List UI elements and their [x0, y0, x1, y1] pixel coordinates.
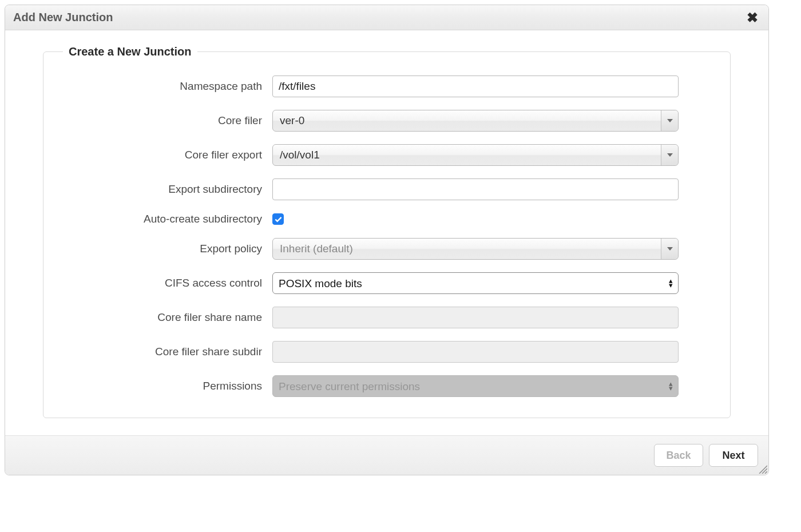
svg-line-5 [765, 471, 767, 474]
row-auto-create-subdirectory: Auto-create subdirectory [61, 213, 679, 225]
svg-marker-1 [667, 153, 673, 157]
create-junction-fieldset: Create a New Junction Namespace path Cor… [43, 45, 731, 418]
dialog-header: Add New Junction ✖ [5, 5, 768, 30]
export-subdirectory-input[interactable] [272, 178, 679, 200]
add-junction-dialog: Add New Junction ✖ Create a New Junction… [5, 5, 769, 475]
core-filer-export-select-value: /vol/vol1 [273, 149, 661, 161]
row-core-filer-share-subdir: Core filer share subdir [61, 341, 679, 363]
svg-line-4 [762, 469, 767, 474]
permissions-select: Preserve current permissions [272, 375, 679, 397]
fieldset-legend: Create a New Junction [63, 45, 197, 58]
label-namespace-path: Namespace path [61, 80, 272, 93]
close-icon[interactable]: ✖ [744, 11, 760, 25]
resize-grip-icon[interactable] [757, 463, 767, 474]
chevron-down-icon [661, 110, 678, 131]
cifs-access-control-select[interactable]: POSIX mode bits [272, 272, 679, 294]
row-cifs-access-control: CIFS access control POSIX mode bits ▴▾ [61, 272, 679, 294]
row-permissions: Permissions Preserve current permissions… [61, 375, 679, 397]
dialog-body: Create a New Junction Namespace path Cor… [5, 30, 768, 436]
export-policy-select-value: Inherit (default) [273, 243, 661, 255]
label-core-filer-share-name: Core filer share name [61, 311, 272, 324]
label-core-filer: Core filer [61, 114, 272, 127]
svg-marker-0 [667, 119, 673, 122]
row-namespace-path: Namespace path [61, 76, 679, 97]
label-export-subdirectory: Export subdirectory [61, 183, 272, 196]
core-filer-share-name-input [272, 307, 679, 328]
auto-create-subdirectory-checkbox[interactable] [272, 213, 284, 225]
core-filer-select-value: ver-0 [273, 114, 661, 127]
core-filer-share-subdir-input [272, 341, 679, 363]
core-filer-export-select[interactable]: /vol/vol1 [272, 144, 679, 166]
chevron-down-icon [661, 145, 678, 165]
row-export-policy: Export policy Inherit (default) [61, 238, 679, 260]
export-policy-select[interactable]: Inherit (default) [272, 238, 679, 260]
namespace-path-input[interactable] [272, 76, 679, 97]
row-core-filer: Core filer ver-0 [61, 110, 679, 132]
dialog-footer: Back Next [5, 436, 768, 475]
label-cifs-access-control: CIFS access control [61, 277, 272, 289]
label-permissions: Permissions [61, 380, 272, 392]
dialog-title: Add New Junction [13, 11, 113, 24]
chevron-down-icon [661, 239, 678, 259]
row-export-subdirectory: Export subdirectory [61, 178, 679, 200]
back-button: Back [654, 444, 703, 467]
svg-marker-2 [667, 247, 673, 251]
label-auto-create-subdirectory: Auto-create subdirectory [61, 213, 272, 225]
label-core-filer-export: Core filer export [61, 149, 272, 161]
label-core-filer-share-subdir: Core filer share subdir [61, 346, 272, 358]
label-export-policy: Export policy [61, 243, 272, 255]
row-core-filer-export: Core filer export /vol/vol1 [61, 144, 679, 166]
row-core-filer-share-name: Core filer share name [61, 307, 679, 328]
core-filer-select[interactable]: ver-0 [272, 110, 679, 132]
next-button[interactable]: Next [709, 444, 758, 467]
